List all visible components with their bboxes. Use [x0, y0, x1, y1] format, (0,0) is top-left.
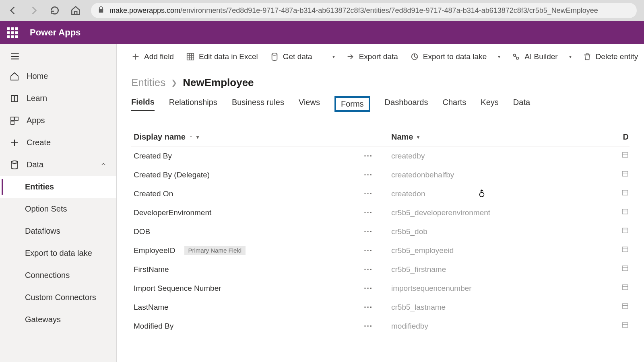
svg-rect-14 [622, 228, 628, 233]
export-icon [346, 52, 355, 61]
sidebar-sub-gateways[interactable]: Gateways [0, 309, 116, 331]
sidebar-sub-entities[interactable]: Entities [0, 176, 116, 198]
table-row[interactable]: Modified By···modifiedby [131, 317, 630, 335]
home-icon [10, 72, 19, 81]
field-schema-name: createdon [389, 189, 598, 198]
sidebar-item-create[interactable]: Create [0, 132, 116, 154]
field-schema-name: cr5b5_dob [389, 227, 598, 236]
field-schema-name: modifiedby [389, 322, 598, 331]
row-more-icon[interactable]: ··· [364, 152, 373, 160]
svg-rect-18 [622, 304, 628, 309]
app-launcher-icon[interactable] [6, 26, 19, 39]
table-row[interactable]: DeveloperEnvironment···cr5b5_developeren… [131, 203, 630, 222]
sidebar-item-label: Apps [27, 116, 45, 125]
table-row[interactable]: Import Sequence Number···importsequencen… [131, 279, 630, 298]
row-more-icon[interactable]: ··· [364, 284, 373, 293]
sidebar-sub-connections[interactable]: Connections [0, 264, 116, 286]
table-row[interactable]: EmployeeIDPrimary Name Field···cr5b5_emp… [131, 241, 630, 260]
col-header-data-type[interactable]: D [598, 132, 630, 142]
reload-button[interactable] [49, 5, 60, 16]
tab-charts[interactable]: Charts [442, 98, 466, 110]
entity-tabs: Fields Relationships Business rules View… [131, 96, 630, 112]
tab-views[interactable]: Views [299, 98, 320, 110]
table-row[interactable]: Created By···createdby [131, 146, 630, 165]
svg-point-5 [272, 53, 277, 55]
svg-rect-13 [622, 209, 628, 214]
tab-forms[interactable]: Forms [334, 96, 370, 112]
row-more-icon[interactable]: ··· [364, 322, 373, 331]
col-header-display-name[interactable]: Display name ↑ ▾ [131, 132, 389, 142]
sidebar-toggle[interactable] [0, 47, 116, 65]
field-display-name: Created By (Delegate) [134, 171, 210, 179]
app-title: Power Apps [30, 27, 80, 38]
field-schema-name: cr5b5_firstname [389, 265, 598, 274]
sidebar-sub-dataflows[interactable]: Dataflows [0, 220, 116, 242]
cmd-delete-entity[interactable]: Delete entity [580, 49, 642, 65]
datatype-icon [621, 208, 629, 215]
chevron-down-icon[interactable]: ▾ [567, 54, 574, 60]
back-button[interactable] [7, 5, 19, 16]
row-more-icon[interactable]: ··· [364, 171, 373, 179]
browser-toolbar: make.powerapps.com/environments/7ed8d91e… [0, 0, 644, 21]
row-more-icon[interactable]: ··· [364, 227, 373, 236]
lock-icon [97, 6, 105, 15]
sidebar-sub-custom-connectors[interactable]: Custom Connectors [0, 286, 116, 309]
sidebar-item-apps[interactable]: Apps [0, 109, 116, 132]
row-more-icon[interactable]: ··· [364, 265, 373, 274]
tab-fields[interactable]: Fields [131, 97, 155, 111]
svg-rect-15 [622, 247, 628, 252]
fields-table: Display name ↑ ▾ Name ▾ D Created By···c… [131, 128, 630, 335]
field-schema-name: cr5b5_developerenvironment [389, 208, 598, 217]
row-more-icon[interactable]: ··· [364, 189, 373, 198]
sort-asc-icon: ↑ [190, 134, 192, 140]
row-more-icon[interactable]: ··· [364, 208, 373, 217]
tab-business-rules[interactable]: Business rules [232, 98, 284, 110]
chevron-down-icon[interactable]: ▾ [330, 54, 337, 60]
datatype-icon [621, 284, 629, 291]
forward-button[interactable] [28, 5, 39, 16]
url-text: make.powerapps.com/environments/7ed8d91e… [109, 6, 598, 15]
tab-keys[interactable]: Keys [481, 98, 498, 110]
table-row[interactable]: Created By (Delegate)···createdonbehalfb… [131, 165, 630, 184]
sidebar-sub-export-lake[interactable]: Export to data lake [0, 242, 116, 264]
col-header-name[interactable]: Name ▾ [389, 132, 598, 142]
chevron-down-icon[interactable]: ▾ [495, 54, 503, 60]
chevron-up-icon [100, 160, 107, 169]
sidebar-sub-option-sets[interactable]: Option Sets [0, 198, 116, 220]
row-more-icon[interactable]: ··· [364, 246, 373, 255]
table-row[interactable]: Created On···createdon [131, 184, 630, 203]
database-icon [10, 160, 19, 170]
database-icon [270, 52, 279, 61]
sidebar-item-learn[interactable]: Learn [0, 87, 116, 109]
cmd-export-lake[interactable]: Export to data lake [407, 49, 490, 65]
sidebar-item-data[interactable]: Data [0, 154, 116, 176]
table-row[interactable]: LastName···cr5b5_lastname [131, 298, 630, 317]
datatype-icon [621, 246, 629, 253]
cmd-add-field[interactable]: Add field [128, 49, 177, 65]
field-schema-name: importsequencenumber [389, 284, 598, 293]
cmd-ai-builder[interactable]: AI Builder [508, 49, 561, 65]
row-more-icon[interactable]: ··· [364, 303, 373, 312]
tab-data[interactable]: Data [513, 98, 530, 110]
field-display-name: Import Sequence Number [134, 284, 221, 293]
cmd-get-data[interactable]: Get data [267, 49, 316, 65]
datatype-icon [621, 321, 629, 329]
field-display-name: DeveloperEnvironment [134, 208, 211, 217]
ai-icon [512, 52, 520, 61]
tab-dashboards[interactable]: Dashboards [385, 98, 428, 110]
tab-relationships[interactable]: Relationships [169, 98, 217, 110]
svg-rect-12 [622, 190, 628, 195]
sidebar-item-label: Create [27, 138, 51, 147]
svg-rect-11 [622, 171, 628, 176]
datatype-icon [621, 189, 629, 196]
field-display-name: Created By [134, 152, 172, 160]
sidebar-item-home[interactable]: Home [0, 65, 116, 87]
breadcrumb-root[interactable]: Entities [131, 76, 165, 89]
home-button[interactable] [70, 5, 81, 16]
cmd-edit-excel[interactable]: Edit data in Excel [183, 49, 261, 65]
table-row[interactable]: DOB···cr5b5_dob [131, 222, 630, 241]
table-row[interactable]: FirstName···cr5b5_firstname [131, 260, 630, 279]
address-bar[interactable]: make.powerapps.com/environments/7ed8d91e… [91, 3, 637, 18]
app-header: Power Apps [0, 21, 644, 44]
cmd-export-data[interactable]: Export data [343, 49, 401, 65]
